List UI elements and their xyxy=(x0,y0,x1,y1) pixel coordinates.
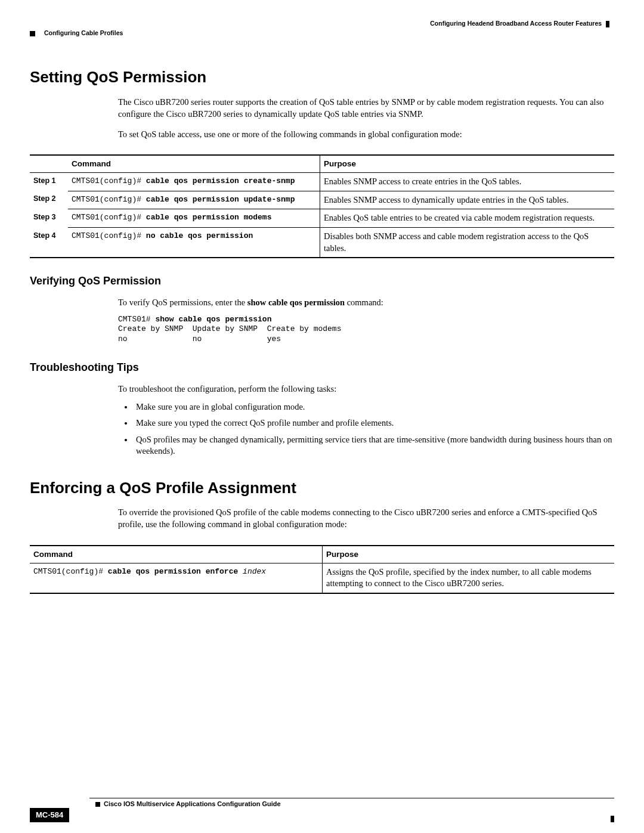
step-label: Step 4 xyxy=(30,228,68,258)
para-s1-1: The Cisco uBR7200 series router supports… xyxy=(118,97,609,120)
page-number-badge: MC-584 xyxy=(30,808,69,822)
section-title-small: Configuring Cable Profiles xyxy=(44,29,123,36)
col-purpose: Purpose xyxy=(323,546,615,563)
table-row: Step 3 CMTS01(config)# cable qos permiss… xyxy=(30,209,614,228)
list-item: Make sure you typed the correct QoS prof… xyxy=(134,417,614,429)
table-row: Step 4 CMTS01(config)# no cable qos perm… xyxy=(30,228,614,258)
code-show-qos: CMTS01# show cable qos permission Create… xyxy=(118,315,614,345)
para-verify: To verify QoS permissions, enter the sho… xyxy=(118,297,609,309)
para-trouble: To troubleshoot the configuration, perfo… xyxy=(118,383,609,395)
purpose-cell: Enables SNMP access to create entries in… xyxy=(320,173,615,191)
footer-bar-icon xyxy=(611,816,614,822)
heading-enforcing: Enforcing a QoS Profile Assignment xyxy=(30,478,614,498)
table-row: Step 1 CMTS01(config)# cable qos permiss… xyxy=(30,173,614,191)
step-label: Step 2 xyxy=(30,191,68,209)
table-enforce: Command Purpose CMTS01(config)# cable qo… xyxy=(30,545,614,594)
list-item: Make sure you are in global configuratio… xyxy=(134,401,614,413)
command-cell: CMTS01(config)# cable qos permission mod… xyxy=(68,209,320,228)
purpose-cell: Assigns the QoS profile, specified by th… xyxy=(323,563,615,593)
purpose-cell: Disables both SNMP access and cable mode… xyxy=(320,228,615,258)
table-row: Step 2 CMTS01(config)# cable qos permiss… xyxy=(30,191,614,209)
command-cell: CMTS01(config)# no cable qos permission xyxy=(68,228,320,258)
col-step xyxy=(30,155,68,173)
step-label: Step 3 xyxy=(30,209,68,228)
para-enforce: To override the provisioned QoS profile … xyxy=(118,507,609,530)
heading-setting-qos: Setting QoS Permission xyxy=(30,67,614,88)
purpose-cell: Enables QoS table entries to be created … xyxy=(320,209,615,228)
page-footer: Cisco IOS Multiservice Applications Conf… xyxy=(30,798,614,822)
para-s1-2: To set QoS table access, use one or more… xyxy=(118,129,609,141)
chapter-title: Configuring Headend Broadband Access Rou… xyxy=(430,20,602,27)
command-cell: CMTS01(config)# cable qos permission upd… xyxy=(68,191,320,209)
heading-troubleshooting: Troubleshooting Tips xyxy=(30,360,614,374)
running-header-right: Configuring Headend Broadband Access Rou… xyxy=(30,19,614,27)
command-cell: CMTS01(config)# cable qos permission cre… xyxy=(68,173,320,191)
col-command: Command xyxy=(68,155,320,173)
header-bar-icon xyxy=(606,21,609,27)
footer-guide-title: Cisco IOS Multiservice Applications Conf… xyxy=(95,800,281,809)
footer-square-icon xyxy=(95,802,100,807)
list-item: QoS profiles may be changed dynamically,… xyxy=(134,434,614,457)
header-square-icon xyxy=(30,31,35,36)
col-purpose: Purpose xyxy=(320,155,615,173)
troubleshoot-list: Make sure you are in global configuratio… xyxy=(118,401,614,457)
purpose-cell: Enables SNMP access to dynamically updat… xyxy=(320,191,615,209)
heading-verifying: Verifying QoS Permission xyxy=(30,274,614,288)
running-header-left: Configuring Cable Profiles xyxy=(30,29,614,37)
command-cell: CMTS01(config)# cable qos permission enf… xyxy=(30,563,323,593)
table-row: CMTS01(config)# cable qos permission enf… xyxy=(30,563,614,593)
step-label: Step 1 xyxy=(30,173,68,191)
table-qos-permission: Command Purpose Step 1 CMTS01(config)# c… xyxy=(30,154,614,258)
col-command: Command xyxy=(30,546,323,563)
